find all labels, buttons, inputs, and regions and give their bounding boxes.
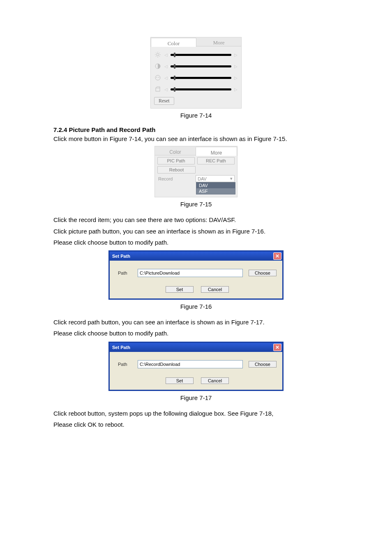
dialog-title: Set Path [112, 345, 130, 350]
contrast-slider[interactable] [171, 65, 231, 67]
cancel-button[interactable]: Cancel [201, 286, 229, 293]
rec-path-button[interactable]: REC Path [197, 157, 235, 164]
tab-more[interactable]: More [196, 37, 241, 46]
path-input[interactable] [138, 269, 243, 277]
hue-row: ◁ ▷ [154, 72, 238, 83]
figure-caption: Figure 7-14 [53, 112, 339, 119]
paragraph: Please click OK to reboot. [53, 420, 339, 429]
tab-color[interactable]: Color [155, 146, 196, 155]
slider-left-icon[interactable]: ◁ [164, 76, 168, 80]
paragraph: Please click choose button to modify pat… [53, 328, 339, 338]
close-icon: ✕ [275, 253, 279, 259]
slider-right-icon[interactable]: ▷ [234, 53, 238, 57]
brightness-icon [154, 51, 161, 58]
hue-slider[interactable] [171, 77, 231, 79]
choose-button[interactable]: Choose [249, 270, 277, 276]
pic-path-button[interactable]: PIC Path [157, 157, 195, 164]
record-dropdown: DAV ASF [196, 182, 235, 194]
set-button[interactable]: Set [166, 286, 194, 293]
close-button[interactable]: ✕ [273, 252, 281, 260]
saturation-row: ◁ ▷ [154, 83, 238, 95]
dialog-titlebar: Set Path ✕ [110, 343, 282, 352]
choose-button[interactable]: Choose [249, 361, 277, 368]
reboot-button[interactable]: Reboot [157, 166, 196, 173]
slider-left-icon[interactable]: ◁ [164, 64, 168, 68]
section-heading: 7.2.4 Picture Path and Record Path [53, 126, 339, 133]
record-option-asf[interactable]: ASF [196, 188, 235, 194]
close-icon: ✕ [275, 345, 279, 350]
set-button[interactable]: Set [166, 377, 194, 384]
record-option-dav[interactable]: DAV [196, 183, 235, 188]
svg-line-7 [156, 56, 157, 57]
tab-more[interactable]: More [196, 147, 237, 156]
svg-rect-13 [156, 88, 160, 91]
brightness-slider[interactable] [171, 54, 231, 56]
contrast-icon [154, 62, 161, 70]
tab-color[interactable]: Color [151, 38, 196, 47]
path-input[interactable] [138, 360, 243, 368]
svg-line-8 [159, 53, 160, 53]
svg-point-0 [157, 53, 159, 56]
figure-caption: Figure 7-16 [53, 303, 339, 310]
record-select-value: DAV [198, 176, 207, 181]
paragraph: Click the record item; you can see there… [53, 215, 339, 224]
contrast-row: ◁ ▷ [154, 60, 238, 72]
more-panel: Color More PIC Path REC Path Reboot Reco… [154, 146, 238, 197]
figure-caption: Figure 7-17 [53, 394, 339, 401]
svg-line-6 [159, 56, 160, 57]
reset-button[interactable]: Reset [154, 97, 174, 105]
paragraph: Click record path button, you can see an… [53, 317, 339, 327]
slider-left-icon[interactable]: ◁ [164, 87, 168, 91]
svg-point-10 [155, 75, 160, 80]
paragraph: Click more button in Figure 7-14, you ca… [53, 134, 339, 143]
set-path-dialog-picture: Set Path ✕ Path Choose Set Cancel [108, 250, 284, 300]
path-label: Path [118, 271, 132, 275]
record-select[interactable]: DAV ▾ [196, 175, 235, 182]
slider-left-icon[interactable]: ◁ [164, 53, 168, 57]
figure-caption: Figure 7-15 [53, 201, 339, 208]
dialog-title: Set Path [112, 254, 130, 259]
chevron-down-icon: ▾ [230, 176, 233, 181]
svg-point-12 [159, 77, 159, 78]
saturation-icon [154, 86, 161, 93]
path-label: Path [118, 362, 132, 367]
close-button[interactable]: ✕ [273, 344, 281, 351]
hue-icon [154, 74, 161, 81]
slider-right-icon[interactable]: ▷ [234, 64, 238, 68]
brightness-row: ◁ ▷ [154, 49, 238, 60]
paragraph: Please click choose button to modify pat… [53, 238, 339, 247]
cancel-button[interactable]: Cancel [201, 377, 229, 384]
record-label: Record [157, 175, 193, 182]
saturation-slider[interactable] [171, 88, 231, 90]
svg-line-5 [156, 53, 157, 53]
slider-right-icon[interactable]: ▷ [234, 87, 238, 91]
paragraph: Click picture path button, you can see a… [53, 227, 339, 236]
slider-right-icon[interactable]: ▷ [234, 76, 238, 80]
paragraph: Click reboot button, system pops up the … [53, 409, 339, 418]
set-path-dialog-record: Set Path ✕ Path Choose Set Cancel [108, 342, 284, 391]
dialog-titlebar: Set Path ✕ [110, 252, 282, 261]
svg-point-11 [157, 77, 157, 78]
color-panel: Color More ◁ ▷ ◁ ▷ [150, 37, 242, 109]
